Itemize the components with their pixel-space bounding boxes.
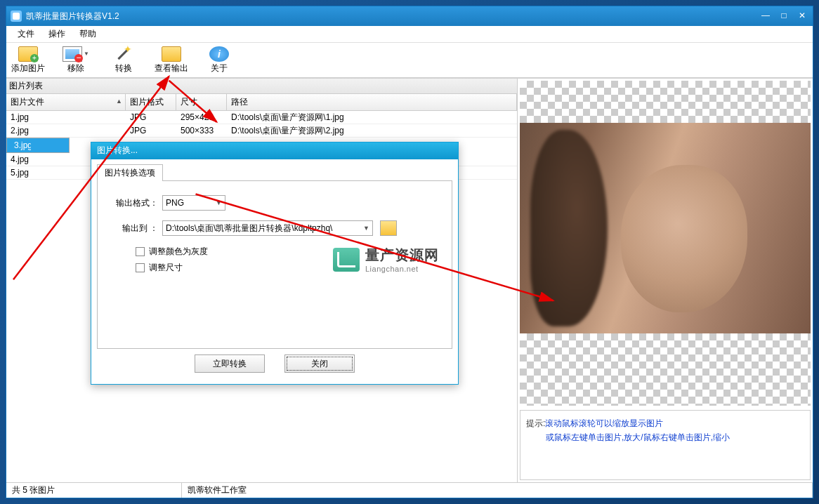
watermark-icon <box>333 248 360 272</box>
info-icon <box>209 46 229 62</box>
image-remove-icon <box>63 46 82 62</box>
output-dir-label: 输出到 ： <box>114 223 158 234</box>
view-output-button[interactable]: 查看输出 <box>154 46 189 74</box>
list-header: 图片列表 <box>6 79 517 94</box>
menubar: 文件 操作 帮助 <box>6 26 813 43</box>
preview-area[interactable] <box>520 81 811 406</box>
table-row[interactable]: 1.jpgJPG295×420D:\tools\桌面\量产资源网\1.jpg <box>6 111 517 124</box>
col-file[interactable]: 图片文件▲ <box>6 94 126 110</box>
menu-help[interactable]: 帮助 <box>72 27 103 41</box>
chevron-down-icon: ▼ <box>216 199 222 206</box>
status-workshop: 凯蒂软件工作室 <box>182 483 813 498</box>
chevron-down-icon: ▼ <box>84 51 89 57</box>
grid-header: 图片文件▲ 图片格式 尺寸 路径 <box>6 94 517 111</box>
sort-asc-icon: ▲ <box>116 98 122 105</box>
watermark: 量产资源网 Liangchan.net <box>333 246 439 273</box>
output-dir-input[interactable]: D:\tools\桌面\凯蒂批量图片转换器\kdpltpzhq\ ▼ <box>162 220 373 236</box>
toolbar: 添加图片 ▼ 移除 转换 查看输出 关于 <box>6 43 813 78</box>
add-image-button[interactable]: 添加图片 <box>11 46 46 74</box>
dialog-title: 图片转换... <box>91 142 458 159</box>
col-format[interactable]: 图片格式 <box>126 94 176 110</box>
status-count: 共 5 张图片 <box>6 483 182 498</box>
close-dialog-button[interactable]: 关闭 <box>284 354 355 373</box>
app-icon <box>11 11 22 22</box>
output-format-label: 输出格式： <box>114 197 158 209</box>
checkbox-icon <box>136 247 145 256</box>
col-size[interactable]: 尺寸 <box>176 94 227 110</box>
folder-icon <box>162 46 181 62</box>
checkbox-icon <box>136 263 145 272</box>
menu-file[interactable]: 文件 <box>11 27 41 41</box>
folder-add-icon <box>18 46 38 62</box>
window-title: 凯蒂批量图片转换器V1.2 <box>26 11 759 22</box>
convert-now-button[interactable]: 立即转换 <box>195 354 265 373</box>
statusbar: 共 5 张图片 凯蒂软件工作室 <box>6 482 813 498</box>
output-format-select[interactable]: PNG ▼ <box>162 195 225 211</box>
main-window: 凯蒂批量图片转换器V1.2 — □ ✕ 文件 操作 帮助 添加图片 ▼ 移除 转… <box>6 6 813 498</box>
preview-pane: 提示:滚动鼠标滚轮可以缩放显示图片 或鼠标左键单击图片,放大/鼠标右键单击图片,… <box>518 79 813 482</box>
about-button[interactable]: 关于 <box>202 46 237 74</box>
minimize-button[interactable]: — <box>759 11 772 22</box>
table-row[interactable]: 3.jpg <box>6 138 70 153</box>
preview-image <box>520 123 811 333</box>
hint-box: 提示:滚动鼠标滚轮可以缩放显示图片 或鼠标左键单击图片,放大/鼠标右键单击图片,… <box>520 410 811 480</box>
maximize-button[interactable]: □ <box>778 11 790 22</box>
browse-button[interactable] <box>380 220 397 236</box>
menu-action[interactable]: 操作 <box>41 27 72 41</box>
table-row[interactable]: 2.jpgJPG500×333D:\tools\桌面\量产资源网\2.jpg <box>6 124 517 138</box>
col-path[interactable]: 路径 <box>227 94 517 110</box>
close-button[interactable]: ✕ <box>796 11 808 22</box>
titlebar: 凯蒂批量图片转换器V1.2 — □ ✕ <box>6 6 813 26</box>
wand-icon <box>114 46 133 62</box>
remove-button[interactable]: ▼ 移除 <box>58 46 93 74</box>
tab-convert-options[interactable]: 图片转换选项 <box>97 164 163 181</box>
chevron-down-icon: ▼ <box>363 225 369 232</box>
convert-button[interactable]: 转换 <box>106 46 141 74</box>
